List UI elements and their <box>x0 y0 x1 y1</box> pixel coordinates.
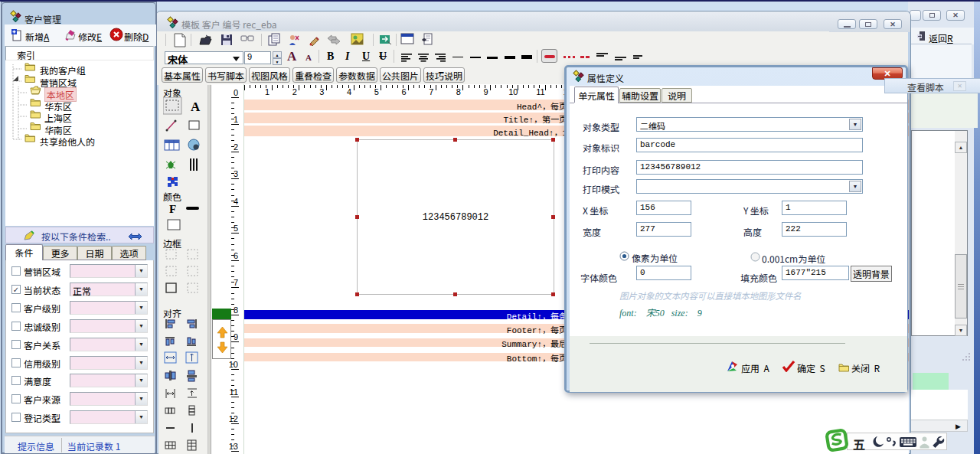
svg-text:F: F <box>169 203 176 215</box>
svg-text:A: A <box>191 100 201 114</box>
